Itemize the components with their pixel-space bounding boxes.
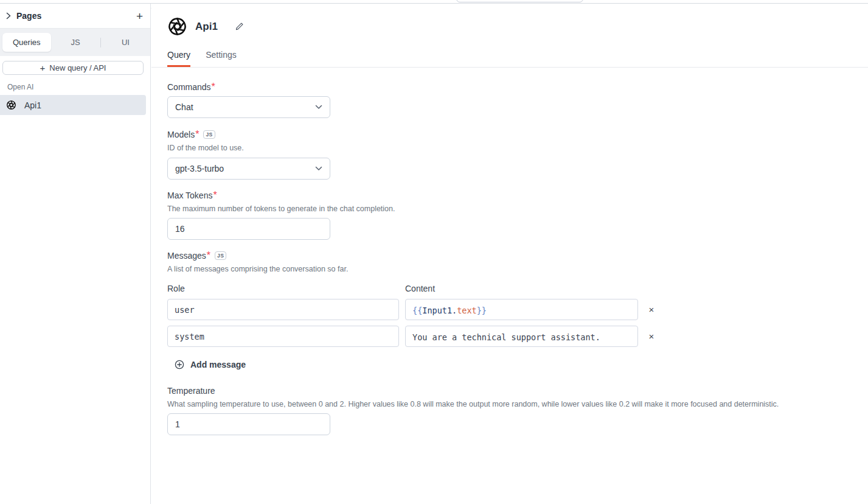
content-column-header: Content [405, 284, 435, 293]
content-input[interactable]: You are a technical support assistant. P… [405, 326, 638, 347]
add-message-label: Add message [190, 360, 246, 369]
add-page-icon[interactable]: + [136, 10, 143, 22]
remove-message-button[interactable]: × [638, 299, 665, 320]
role-column-header: Role [167, 284, 405, 293]
openai-logo-icon [167, 16, 187, 37]
commands-select-value: Chat [175, 102, 193, 112]
message-row: You are a technical support assistant. P… [167, 326, 868, 347]
pages-title: Pages [16, 11, 41, 21]
remove-message-button[interactable]: × [638, 326, 665, 347]
query-tab-bar: Query Settings [151, 37, 868, 68]
required-asterisk: * [207, 250, 210, 261]
query-form: Commands* Chat Models*JS ID of the model… [151, 82, 868, 435]
new-query-button[interactable]: + New query / API [2, 61, 144, 75]
query-header: Api1 [151, 8, 868, 37]
max-tokens-input[interactable] [167, 218, 330, 240]
max-tokens-label: Max Tokens [167, 191, 212, 200]
chevron-right-icon[interactable] [6, 12, 11, 19]
message-row: {{Input1.text}} × [167, 299, 868, 320]
sidebar-tab-js[interactable]: JS [51, 38, 100, 47]
chevron-down-icon [315, 105, 322, 110]
query-editor: Api1 Query Settings Commands* Chat [151, 8, 868, 504]
edit-pencil-icon[interactable] [235, 22, 244, 31]
new-query-button-label: New query / API [49, 63, 106, 72]
message-rows: {{Input1.text}} × You are a technical su… [167, 299, 868, 347]
openai-logo-icon [6, 100, 16, 110]
circle-plus-icon [175, 360, 184, 369]
sidebar-tab-queries[interactable]: Queries [2, 33, 51, 52]
app-name-input[interactable] [456, 0, 583, 2]
commands-label: Commands [167, 82, 211, 92]
tab-settings[interactable]: Settings [206, 50, 237, 67]
sidebar-item-api1-label: Api1 [24, 100, 41, 110]
sidebar-tab-ui[interactable]: UI [101, 38, 150, 47]
js-badge[interactable]: JS [203, 130, 215, 139]
add-message-button[interactable]: Add message [175, 360, 868, 369]
role-input[interactable] [167, 299, 399, 320]
chevron-down-icon [315, 166, 322, 171]
temperature-label: Temperature [167, 386, 215, 396]
js-badge[interactable]: JS [215, 251, 226, 260]
pages-header: Pages + [0, 4, 150, 29]
datasource-section-label: Open AI [7, 83, 150, 91]
app-builder-page: Pages + Queries JS UI + New query / API … [0, 0, 868, 504]
temperature-input[interactable] [167, 413, 330, 435]
temperature-help: What sampling temperature to use, betwee… [167, 400, 868, 408]
sidebar-item-api1[interactable]: Api1 [0, 95, 146, 115]
models-select[interactable]: gpt-3.5-turbo [167, 158, 330, 180]
max-tokens-help: The maximum number of tokens to generate… [167, 205, 868, 213]
required-asterisk: * [212, 82, 215, 92]
messages-label: Messages [167, 251, 206, 261]
left-sidebar: Pages + Queries JS UI + New query / API … [0, 4, 151, 504]
sidebar-tab-bar: Queries JS UI [0, 29, 150, 56]
content-input[interactable]: {{Input1.text}} [405, 299, 638, 320]
query-title: Api1 [195, 21, 218, 33]
message-column-headers: Role Content [167, 284, 868, 293]
commands-select[interactable]: Chat [167, 96, 330, 118]
models-help: ID of the model to use. [167, 144, 868, 152]
required-asterisk: * [195, 129, 199, 139]
messages-help: A list of messages comprising the conver… [167, 265, 868, 273]
role-input[interactable] [167, 326, 399, 347]
models-label: Models [167, 130, 195, 139]
models-select-value: gpt-3.5-turbo [175, 164, 224, 173]
required-asterisk: * [213, 190, 217, 200]
tab-query[interactable]: Query [167, 50, 190, 67]
plus-icon: + [40, 63, 46, 72]
